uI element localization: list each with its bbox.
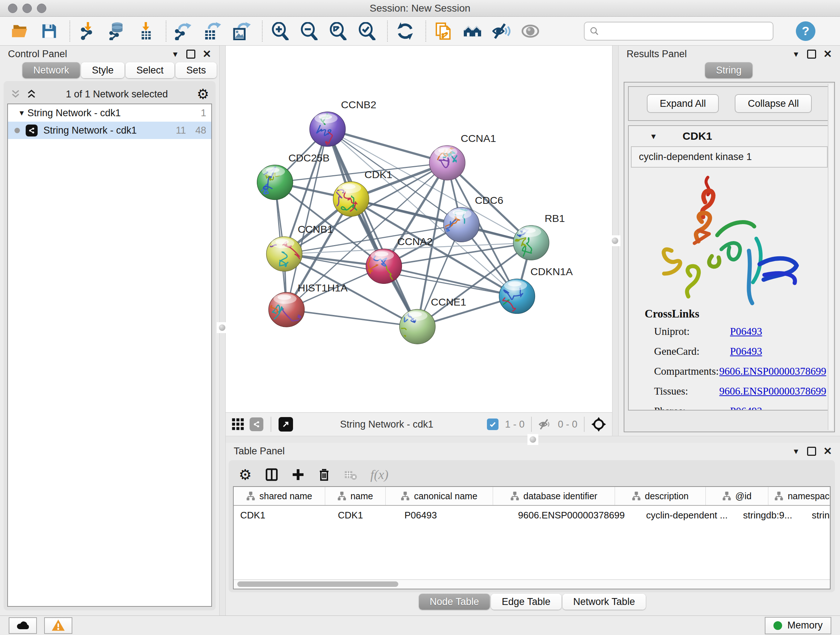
string-home-houses-icon[interactable] — [462, 21, 483, 41]
table-cell[interactable]: cyclin-dependent ... — [639, 506, 737, 524]
network-tree-root-row[interactable]: ▼ String Network - cdk1 1 — [8, 104, 211, 122]
table-cell[interactable]: 9606.ENSP00000378699 — [512, 506, 639, 524]
table-panel-splitter[interactable] — [226, 436, 840, 443]
network-options-gear-icon[interactable]: ⚙ — [197, 87, 209, 101]
tab-network[interactable]: Network — [22, 62, 80, 78]
network-node-RB1[interactable] — [513, 226, 549, 260]
crosslink-link[interactable]: 9606.ENSP00000378699 — [719, 365, 826, 377]
string-glass-eye-slash-icon[interactable] — [491, 21, 512, 41]
results-scrollbar[interactable] — [828, 84, 833, 430]
zoom-in-icon[interactable] — [270, 21, 290, 41]
tab-sets[interactable]: Sets — [175, 62, 217, 78]
import-table-file-icon[interactable] — [135, 21, 156, 41]
column-header-name[interactable]: name — [325, 487, 386, 505]
table-cell[interactable]: CDK1 — [332, 506, 398, 524]
birdseye-share-icon[interactable] — [249, 417, 264, 431]
network-edge-CCNB2-CCNA1[interactable] — [327, 129, 447, 163]
memory-button[interactable]: Memory — [765, 617, 831, 634]
panel-menu-icon[interactable]: ▼ — [792, 448, 800, 455]
column-header--id[interactable]: @id — [706, 487, 768, 505]
table-row[interactable]: CDK1CDK1P064939606.ENSP00000378699cyclin… — [234, 506, 830, 524]
float-panel-icon[interactable] — [807, 50, 816, 59]
column-header-database-identifier[interactable]: database identifier — [493, 487, 615, 505]
refresh-view-icon[interactable] — [395, 21, 415, 41]
network-node-CCNA1[interactable] — [429, 145, 465, 180]
table-horizontal-scrollbar[interactable] — [234, 579, 830, 589]
network-edge-CCNB2-CCNE1[interactable] — [327, 129, 417, 326]
selected-nodes-checkbox[interactable] — [487, 418, 499, 430]
export-network-icon[interactable] — [174, 21, 194, 41]
crosslink-link[interactable]: P06493 — [730, 405, 762, 410]
show-columns-icon[interactable] — [265, 468, 279, 481]
table-cell[interactable]: stringdb:9... — [737, 506, 805, 524]
network-edge-HIST1H1A-CCNE1[interactable] — [286, 310, 417, 326]
float-panel-icon[interactable] — [807, 447, 816, 456]
import-network-file-icon[interactable] — [77, 21, 98, 41]
panel-menu-icon[interactable]: ▼ — [792, 50, 800, 58]
search-input[interactable] — [603, 25, 767, 37]
column-header-canonical-name[interactable]: canonical name — [386, 487, 493, 505]
collapse-all-button[interactable]: Collapse All — [735, 94, 812, 113]
add-column-icon[interactable] — [292, 468, 305, 481]
close-panel-icon[interactable]: ✕ — [202, 49, 211, 59]
network-node-CDC25B[interactable] — [256, 165, 293, 200]
zoom-out-icon[interactable] — [299, 21, 319, 41]
network-node-CDC6[interactable] — [435, 207, 479, 242]
table-cell[interactable]: CDK1 — [234, 506, 332, 524]
collapse-all-icon[interactable] — [10, 89, 21, 100]
close-panel-icon[interactable]: ✕ — [823, 49, 832, 59]
fit-selected-crosshair-icon[interactable] — [591, 417, 606, 432]
grid-view-icon[interactable] — [232, 418, 245, 431]
tab-node-table[interactable]: Node Table — [419, 594, 490, 610]
network-tree-child-row[interactable]: String Network - cdk1 11 48 — [8, 122, 211, 139]
network-node-CCNA2[interactable] — [366, 249, 403, 283]
float-panel-icon[interactable] — [186, 50, 195, 59]
results-panel-splitter[interactable] — [612, 46, 619, 436]
expand-all-icon[interactable] — [26, 89, 37, 100]
save-session-icon[interactable] — [39, 21, 59, 41]
gene-collapse-icon[interactable]: ▼ — [650, 133, 657, 140]
string-flat-eye-icon[interactable] — [520, 21, 540, 41]
tab-select[interactable]: Select — [126, 62, 174, 78]
table-options-gear-icon[interactable]: ⚙ — [239, 467, 252, 482]
search-field[interactable] — [584, 22, 774, 41]
panel-menu-icon[interactable]: ▼ — [172, 50, 179, 58]
node-label-HIST1H1A: HIST1H1A — [298, 282, 347, 294]
tree-expander-icon[interactable]: ▼ — [18, 109, 25, 117]
network-node-CCNB1[interactable] — [249, 236, 302, 271]
network-node-CCNE1[interactable] — [391, 309, 436, 344]
crosslink-link[interactable]: 9606.ENSP00000378699 — [719, 385, 826, 397]
tab-string-results[interactable]: String — [705, 62, 752, 78]
column-header-description[interactable]: description — [615, 487, 706, 505]
cloud-status-button[interactable] — [9, 617, 37, 634]
table-cell[interactable]: P06493 — [398, 506, 512, 524]
delete-column-icon[interactable] — [317, 468, 331, 481]
column-header-namespace[interactable]: namespace — [768, 487, 831, 505]
scrollbar-thumb[interactable] — [237, 581, 398, 587]
crosslink-link[interactable]: P06493 — [730, 345, 762, 357]
network-canvas[interactable]: CCNB2CCNA1CDC25BCDK1CDC6RB1CCNB1CCNA2CDK… — [226, 46, 612, 412]
tab-network-table[interactable]: Network Table — [562, 594, 646, 610]
help-button[interactable]: ? — [796, 21, 815, 41]
warnings-button[interactable] — [44, 617, 73, 634]
expand-all-button[interactable]: Expand All — [647, 94, 719, 113]
open-session-icon[interactable] — [10, 21, 30, 41]
close-panel-icon[interactable]: ✕ — [823, 446, 832, 456]
crosslink-link[interactable]: P06493 — [730, 325, 762, 337]
table-cell[interactable]: stringdb — [805, 506, 831, 524]
zoom-selected-icon[interactable] — [357, 21, 377, 41]
export-image-icon[interactable] — [232, 21, 252, 41]
control-panel-splitter[interactable] — [219, 46, 226, 616]
splitter-handle[interactable] — [609, 235, 621, 246]
zoom-fit-icon[interactable] — [328, 21, 348, 41]
clone-network-document-icon[interactable] — [433, 21, 454, 41]
network-node-CCNB2[interactable] — [309, 112, 346, 154]
crosslinks-rows: Uniprot:P06493GeneCard:P06493Compartment… — [645, 325, 826, 410]
splitter-handle[interactable] — [527, 434, 538, 445]
column-header-shared-name[interactable]: shared name — [234, 487, 325, 505]
detach-view-icon[interactable] — [279, 417, 293, 432]
import-network-database-icon[interactable] — [106, 21, 126, 41]
tab-edge-table[interactable]: Edge Table — [491, 594, 561, 610]
export-table-icon[interactable] — [202, 21, 223, 41]
tab-style[interactable]: Style — [81, 62, 125, 78]
